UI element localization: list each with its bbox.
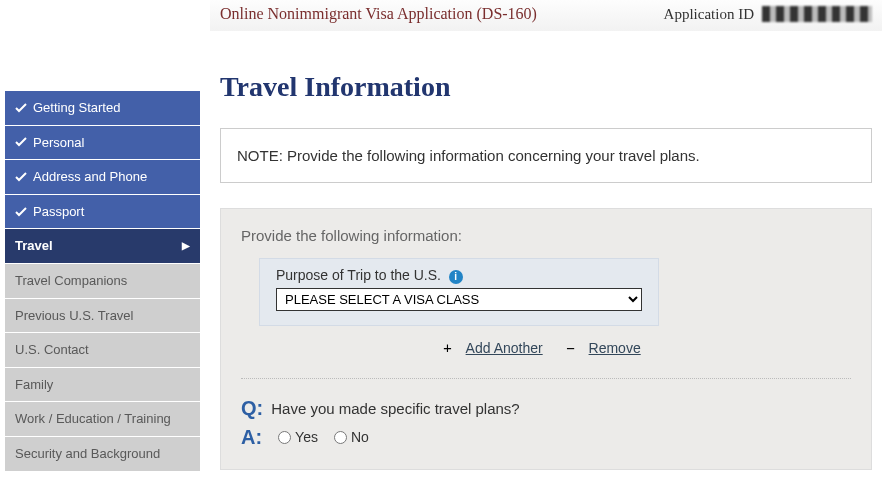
add-another-link[interactable]: Add Another bbox=[466, 340, 543, 356]
sidebar-item-label: Passport bbox=[33, 204, 84, 220]
question-text: Have you made specific travel plans? bbox=[271, 400, 519, 417]
sidebar-item-us-contact[interactable]: U.S. Contact bbox=[5, 333, 200, 368]
application-id-block: Application ID bbox=[664, 6, 872, 23]
sidebar-item-label: Family bbox=[15, 377, 53, 393]
question-prefix: Q: bbox=[241, 397, 263, 420]
sidebar-item-security-background[interactable]: Security and Background bbox=[5, 437, 200, 472]
form-intro-text: Provide the following information: bbox=[241, 227, 851, 244]
application-id-label: Application ID bbox=[664, 6, 754, 23]
sidebar-item-family[interactable]: Family bbox=[5, 368, 200, 403]
page-title: Travel Information bbox=[220, 71, 872, 103]
question-row: Q: Have you made specific travel plans? bbox=[241, 397, 851, 420]
purpose-of-trip-label: Purpose of Trip to the U.S. bbox=[276, 267, 441, 283]
travel-plans-yes-radio[interactable] bbox=[278, 431, 291, 444]
sidebar-item-label: Travel Companions bbox=[15, 273, 127, 289]
sidebar-item-getting-started[interactable]: Getting Started bbox=[5, 91, 200, 126]
answer-row: A: Yes No bbox=[241, 426, 851, 449]
sidebar-item-travel-companions[interactable]: Travel Companions bbox=[5, 264, 200, 299]
plus-icon: + bbox=[443, 340, 451, 356]
sidebar-item-label: Personal bbox=[33, 135, 84, 151]
check-icon bbox=[15, 171, 27, 183]
minus-icon: − bbox=[566, 340, 574, 356]
sidebar-item-label: Security and Background bbox=[15, 446, 160, 462]
sidebar-item-label: U.S. Contact bbox=[15, 342, 89, 358]
sidebar-item-label: Getting Started bbox=[33, 100, 120, 116]
section-divider bbox=[241, 378, 851, 379]
sidebar-item-previous-us-travel[interactable]: Previous U.S. Travel bbox=[5, 299, 200, 334]
yes-label: Yes bbox=[295, 429, 318, 445]
answer-prefix: A: bbox=[241, 426, 262, 449]
visa-class-select[interactable]: PLEASE SELECT A VISA CLASS bbox=[276, 288, 642, 311]
travel-plans-no-radio[interactable] bbox=[334, 431, 347, 444]
purpose-of-trip-field: Purpose of Trip to the U.S. i PLEASE SEL… bbox=[259, 258, 659, 326]
main-content: Travel Information NOTE: Provide the fol… bbox=[200, 31, 882, 490]
travel-form-panel: Provide the following information: Purpo… bbox=[220, 208, 872, 470]
check-icon bbox=[15, 136, 27, 148]
info-icon[interactable]: i bbox=[449, 270, 463, 284]
no-label: No bbox=[351, 429, 369, 445]
travel-plans-no-option[interactable]: No bbox=[334, 429, 369, 445]
sidebar-item-label: Travel bbox=[15, 238, 53, 254]
sidebar-item-work-education-training[interactable]: Work / Education / Training bbox=[5, 402, 200, 437]
app-header: Online Nonimmigrant Visa Application (DS… bbox=[210, 0, 882, 31]
sidebar-nav: Getting Started Personal Address and Pho… bbox=[5, 91, 200, 490]
instruction-note: NOTE: Provide the following information … bbox=[220, 128, 872, 183]
add-remove-row: + Add Another − Remove bbox=[241, 340, 851, 356]
app-title: Online Nonimmigrant Visa Application (DS… bbox=[220, 5, 537, 23]
sidebar-item-personal[interactable]: Personal bbox=[5, 126, 200, 161]
application-id-value-redacted bbox=[762, 6, 872, 22]
remove-link[interactable]: Remove bbox=[589, 340, 641, 356]
sidebar-item-address-phone[interactable]: Address and Phone bbox=[5, 160, 200, 195]
check-icon bbox=[15, 102, 27, 114]
sidebar-item-passport[interactable]: Passport bbox=[5, 195, 200, 230]
sidebar-item-travel[interactable]: Travel ▶ bbox=[5, 229, 200, 264]
sidebar-item-label: Address and Phone bbox=[33, 169, 147, 185]
sidebar-item-label: Previous U.S. Travel bbox=[15, 308, 134, 324]
chevron-right-icon: ▶ bbox=[182, 240, 190, 252]
sidebar-item-label: Work / Education / Training bbox=[15, 411, 171, 427]
travel-plans-yes-option[interactable]: Yes bbox=[278, 429, 318, 445]
check-icon bbox=[15, 206, 27, 218]
